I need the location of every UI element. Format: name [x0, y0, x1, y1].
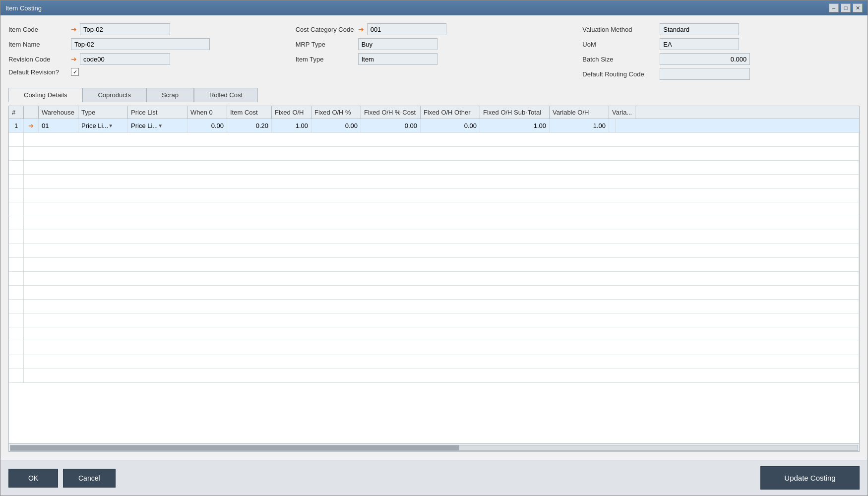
bottom-bar: OK Cancel Update Costing [0, 460, 868, 496]
table-row [9, 147, 859, 161]
table-row [9, 286, 859, 300]
tab-costing-details[interactable]: Costing Details [8, 88, 82, 102]
revision-code-arrow-icon: ➔ [71, 55, 77, 63]
item-code-input[interactable] [80, 23, 170, 35]
cost-category-value: 001 [367, 23, 446, 35]
update-costing-button[interactable]: Update Costing [760, 466, 860, 490]
table-row [9, 133, 859, 147]
cell-fixedohsubtotal: 1.00 [480, 119, 550, 132]
cell-itemcost: 0.20 [227, 119, 272, 132]
table-row [9, 216, 859, 230]
table-row [9, 369, 859, 383]
grid-header: # Warehouse Type Price List When 0 Item … [9, 106, 859, 119]
tab-scrap[interactable]: Scrap [146, 88, 194, 102]
scrollbar-thumb[interactable] [10, 445, 459, 450]
cost-category-arrow-icon: ➔ [358, 25, 364, 33]
valuation-group: Valuation Method Standard [582, 23, 860, 35]
valuation-value: Standard [660, 23, 739, 35]
form-section: Item Code ➔ Item Name Revision Code ➔ De… [8, 23, 860, 80]
revision-code-label: Revision Code [8, 56, 68, 63]
cell-type-value: Price Li... [81, 122, 108, 129]
grid-body: 1 ➔ 01 Price Li... ▼ Price Li... ▼ Price… [9, 119, 859, 443]
col-header-itemcost: Item Cost [227, 106, 272, 119]
cell-fixedohother: 0.00 [421, 119, 480, 132]
default-revision-group: Default Revision? ✓ [8, 68, 286, 76]
col-header-arrow [24, 106, 39, 119]
table-row [9, 300, 859, 313]
table-row [9, 327, 859, 341]
default-revision-checkbox[interactable]: ✓ [71, 68, 79, 76]
horizontal-scrollbar[interactable] [9, 443, 859, 451]
col-header-fixedohother: Fixed O/H Other [421, 106, 480, 119]
content-area: Item Code ➔ Item Name Revision Code ➔ De… [0, 15, 868, 460]
cancel-button[interactable]: Cancel [63, 469, 116, 488]
ok-button[interactable]: OK [8, 469, 58, 488]
item-name-group: Item Name [8, 38, 286, 50]
batch-size-input[interactable] [660, 53, 750, 65]
cell-pricelist[interactable]: Price Li... ▼ Price List Price List (no … [128, 119, 187, 132]
valuation-label: Valuation Method [582, 26, 657, 33]
table-row[interactable]: 1 ➔ 01 Price Li... ▼ Price Li... ▼ Price… [9, 119, 859, 133]
close-button[interactable]: ✕ [853, 3, 863, 12]
scrollbar-track[interactable] [10, 445, 858, 451]
item-code-label: Item Code [8, 26, 68, 33]
tab-rolled-cost[interactable]: Rolled Cost [194, 88, 258, 102]
minimize-button[interactable]: – [829, 3, 839, 12]
main-window: Item Costing – □ ✕ Item Code ➔ Item Name [0, 0, 868, 496]
pricelist-dropdown-arrow-icon[interactable]: ▼ [158, 123, 163, 128]
col-header-variableoh: Variable O/H [550, 106, 609, 119]
item-type-value: Item [358, 53, 437, 65]
table-row [9, 161, 859, 175]
default-routing-group: Default Routing Code [582, 68, 860, 80]
col-header-num: # [9, 106, 24, 119]
uom-group: UoM EA [582, 38, 860, 50]
type-dropdown-arrow-icon[interactable]: ▼ [108, 123, 113, 128]
item-name-label: Item Name [8, 41, 68, 48]
col-header-fixedohsubtotal: Fixed O/H Sub-Total [480, 106, 550, 119]
item-code-group: Item Code ➔ [8, 23, 286, 35]
cost-category-group: Cost Category Code ➔ 001 [296, 23, 573, 35]
cell-variableoh: 1.00 [550, 119, 609, 132]
table-row [9, 272, 859, 286]
cell-fixedohpctcost: 0.00 [361, 119, 421, 132]
cell-pricelist-value: Price Li... [131, 122, 158, 129]
item-code-arrow-icon: ➔ [71, 25, 77, 33]
title-bar: Item Costing – □ ✕ [0, 0, 868, 15]
form-col-3: Valuation Method Standard UoM EA Batch S… [582, 23, 860, 80]
maximize-button[interactable]: □ [841, 3, 851, 12]
batch-size-label: Batch Size [582, 56, 657, 63]
item-type-label: Item Type [296, 56, 355, 63]
window-title: Item Costing [5, 4, 42, 12]
table-row [9, 258, 859, 272]
cell-fixedoh: 1.00 [272, 119, 311, 132]
cell-when0: 0.00 [187, 119, 227, 132]
revision-code-group: Revision Code ➔ [8, 53, 286, 65]
costing-grid: # Warehouse Type Price List When 0 Item … [8, 106, 860, 452]
tab-coproducts[interactable]: Coproducts [82, 88, 146, 102]
cost-category-label: Cost Category Code [296, 26, 355, 33]
col-header-varia: Varia... [609, 106, 635, 119]
col-header-fixedohpctcost: Fixed O/H % Cost [361, 106, 421, 119]
batch-size-group: Batch Size [582, 53, 860, 65]
col-header-fixedohpct: Fixed O/H % [311, 106, 361, 119]
table-row [9, 341, 859, 355]
cell-num: 1 [9, 119, 24, 132]
revision-code-input[interactable] [80, 53, 170, 65]
default-routing-input[interactable] [660, 68, 750, 80]
cell-row-arrow: ➔ [24, 119, 39, 132]
mrp-type-label: MRP Type [296, 41, 355, 48]
table-row [9, 188, 859, 202]
uom-value: EA [660, 38, 739, 50]
table-row [9, 175, 859, 188]
cell-type[interactable]: Price Li... ▼ [78, 119, 128, 132]
table-row [9, 202, 859, 216]
col-header-pricelist: Price List [128, 106, 187, 119]
mrp-type-value: Buy [358, 38, 437, 50]
cell-warehouse: 01 [39, 119, 78, 132]
item-name-input[interactable] [71, 38, 210, 50]
tabs-section: Costing Details Coproducts Scrap Rolled … [8, 88, 860, 102]
table-row [9, 244, 859, 258]
item-type-group: Item Type Item [296, 53, 573, 65]
form-col-1: Item Code ➔ Item Name Revision Code ➔ De… [8, 23, 286, 80]
form-col-2: Cost Category Code ➔ 001 MRP Type Buy It… [296, 23, 573, 80]
